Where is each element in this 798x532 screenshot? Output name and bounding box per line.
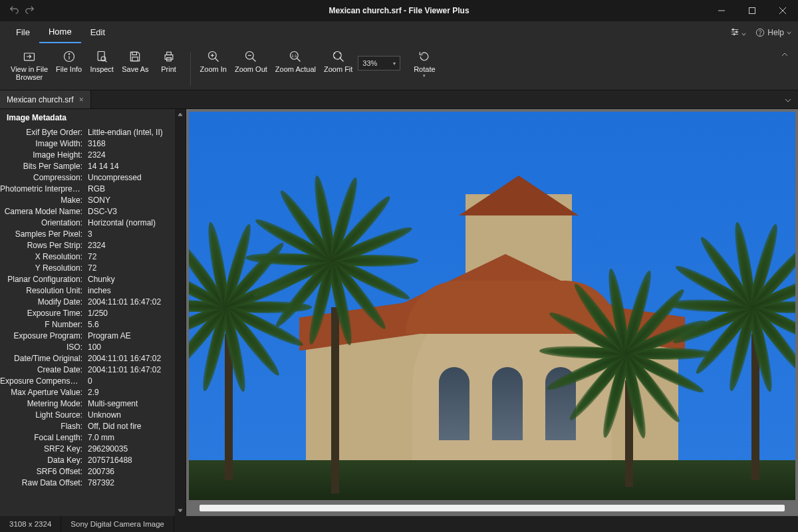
metadata-key: Modify Date: [0, 297, 85, 307]
svg-line-29 [253, 59, 256, 62]
metadata-value: DSC-V3 [85, 207, 186, 216]
metadata-row: Create Date:2004:11:01 16:47:02 [0, 364, 186, 375]
metadata-value: 14 14 14 [85, 162, 186, 171]
svg-line-32 [297, 59, 301, 62]
horizontal-scrollbar[interactable] [189, 503, 795, 513]
metadata-row: Bits Per Sample:14 14 14 [0, 160, 186, 172]
metadata-value: 1/250 [85, 309, 186, 318]
metadata-value: 72 [85, 263, 186, 273]
metadata-value: 2075716488 [85, 456, 186, 465]
status-filetype: Sony Digital Camera Image [61, 516, 174, 532]
metadata-row: Image Width:3168 [0, 138, 186, 149]
metadata-panel-title: Image Metadata [0, 109, 186, 126]
close-tab-icon[interactable]: × [79, 95, 84, 104]
view-in-file-browser-button[interactable]: View in File Browser [8, 48, 51, 82]
metadata-row: Exif Byte Order:Little-endian (Intel, II… [0, 126, 186, 138]
inspect-button[interactable]: Inspect [87, 48, 116, 74]
zoom-in-button[interactable]: Zoom In [198, 48, 229, 74]
tab-overflow-button[interactable] [785, 90, 798, 108]
metadata-key: Light Source: [0, 410, 85, 420]
sidebar-scrollbar[interactable] [175, 109, 186, 516]
metadata-row: Rows Per Strip:2324 [0, 239, 186, 251]
folder-arrow-icon [23, 49, 36, 64]
metadata-key: ISO: [0, 342, 85, 352]
metadata-row: ISO:100 [0, 341, 186, 352]
metadata-key: SRF2 Key: [0, 444, 85, 454]
print-button[interactable]: Print [154, 48, 184, 74]
minimize-button[interactable] [706, 0, 737, 21]
svg-point-8 [735, 31, 737, 33]
collapse-ribbon-button[interactable] [781, 48, 794, 59]
menu-edit[interactable]: Edit [81, 23, 114, 43]
metadata-key: Image Height: [0, 150, 85, 160]
menu-file[interactable]: File [7, 23, 39, 43]
rotate-button[interactable]: Rotate ▾ [410, 48, 439, 80]
zoom-actual-button[interactable]: 1:1 Zoom Actual [273, 48, 319, 74]
metadata-value: 2004:11:01 16:47:02 [85, 365, 186, 374]
rotate-icon [418, 49, 431, 64]
metadata-key: Resolution Unit: [0, 286, 85, 295]
metadata-value: Unknown [85, 410, 186, 420]
metadata-key: Samples Per Pixel: [0, 229, 85, 239]
metadata-key: Exposure Time: [0, 309, 85, 318]
metadata-value: Chunky [85, 275, 186, 284]
ribbon: View in File Browser File Info Inspect S… [0, 44, 798, 90]
metadata-row: Raw Data Offset:787392 [0, 477, 186, 488]
redo-icon[interactable] [25, 5, 35, 17]
metadata-row: Data Key:2075716488 [0, 454, 186, 466]
zoom-fit-button[interactable]: Zoom Fit [321, 48, 355, 74]
image-canvas[interactable] [189, 112, 795, 500]
metadata-key: Focal Length: [0, 433, 85, 442]
metadata-key: X Resolution: [0, 252, 85, 261]
metadata-value: 5.6 [85, 320, 186, 329]
metadata-value: 787392 [85, 478, 186, 487]
metadata-row: Metering Mode:Multi-segment [0, 398, 186, 409]
metadata-key: Exposure Compensation: [0, 376, 85, 386]
metadata-row: Samples Per Pixel:3 [0, 228, 186, 239]
metadata-row: Exposure Program:Program AE [0, 330, 186, 341]
zoom-level-select[interactable]: 33% ▾ [358, 56, 400, 70]
metadata-panel: Image Metadata Exif Byte Order:Little-en… [0, 109, 186, 516]
maximize-button[interactable] [737, 0, 767, 21]
metadata-key: Data Key: [0, 456, 85, 465]
settings-icon[interactable] [730, 27, 746, 39]
zoom-in-icon [207, 49, 220, 64]
metadata-value: Multi-segment [85, 399, 186, 408]
scroll-down-icon[interactable] [175, 505, 186, 516]
menu-home[interactable]: Home [39, 23, 81, 43]
scroll-up-icon[interactable] [175, 109, 186, 120]
metadata-value: Off, Did not fire [85, 422, 186, 431]
document-tab[interactable]: Mexican church.srf × [0, 90, 91, 108]
svg-rect-21 [165, 55, 173, 60]
metadata-key: Planar Configuration: [0, 275, 85, 284]
titlebar: Mexican church.srf - File Viewer Plus [0, 0, 798, 21]
svg-line-25 [215, 59, 218, 62]
save-as-button[interactable]: Save As [119, 48, 151, 74]
metadata-row: Make:SONY [0, 194, 186, 205]
metadata-row: Exposure Compensation:0 [0, 375, 186, 386]
metadata-value: 200736 [85, 467, 186, 476]
metadata-row: X Resolution:72 [0, 251, 186, 262]
metadata-value: Program AE [85, 331, 186, 340]
metadata-key: Y Resolution: [0, 263, 85, 273]
metadata-row: Exposure Time:1/250 [0, 307, 186, 319]
inspect-icon [95, 49, 108, 64]
help-menu[interactable]: Help [755, 28, 791, 37]
svg-line-35 [340, 59, 343, 62]
metadata-row: SRF6 Offset:200736 [0, 466, 186, 477]
file-info-button[interactable]: File Info [53, 48, 84, 74]
metadata-key: Date/Time Original: [0, 354, 85, 363]
metadata-key: Compression: [0, 173, 85, 182]
metadata-row: Light Source:Unknown [0, 409, 186, 420]
metadata-row: Y Resolution:72 [0, 262, 186, 273]
zoom-out-button[interactable]: Zoom Out [232, 48, 270, 74]
image-viewer[interactable] [186, 109, 798, 516]
chevron-down-icon: ▾ [393, 61, 396, 66]
document-tab-label: Mexican church.srf [7, 95, 74, 104]
metadata-row: SRF2 Key:296290035 [0, 443, 186, 454]
metadata-row: Resolution Unit:inches [0, 285, 186, 296]
metadata-key: Metering Mode: [0, 399, 85, 408]
undo-icon[interactable] [9, 5, 19, 17]
close-button[interactable] [767, 0, 798, 21]
save-icon [128, 49, 142, 64]
